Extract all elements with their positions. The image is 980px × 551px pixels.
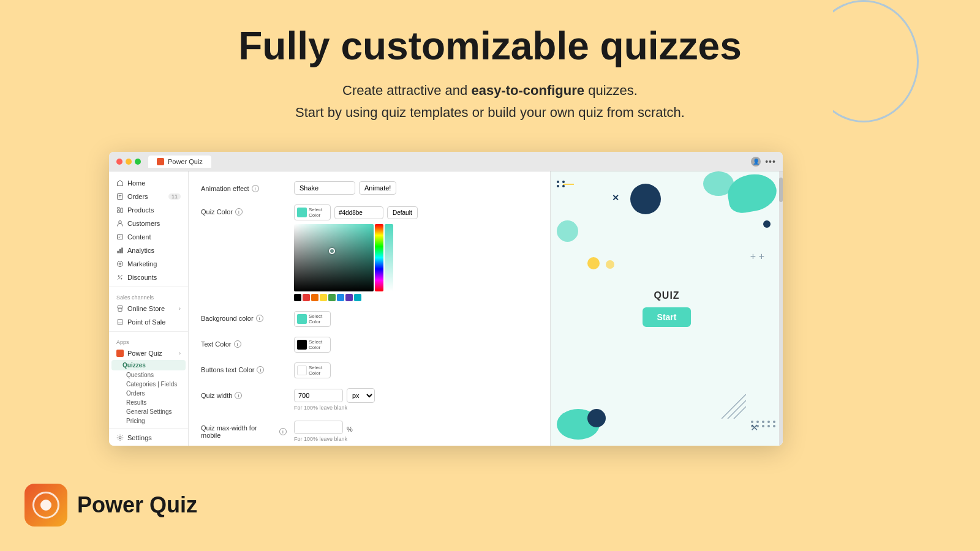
swatch-black[interactable] bbox=[294, 294, 301, 301]
browser-dot-red bbox=[116, 159, 123, 165]
svg-point-14 bbox=[118, 276, 119, 277]
analytics-icon bbox=[116, 247, 124, 254]
sidebar-sub-questions[interactable]: Questions bbox=[109, 370, 188, 380]
sidebar-item-content[interactable]: Content bbox=[109, 230, 188, 244]
quiz-color-default-btn[interactable]: Default bbox=[387, 206, 418, 219]
text-color-swatch-btn[interactable]: Select Color bbox=[294, 337, 331, 353]
quiz-max-width-label: Quiz max-width for mobile i bbox=[201, 421, 287, 439]
browser-dot-green bbox=[135, 159, 141, 165]
swatch-purple[interactable] bbox=[345, 294, 353, 301]
quiz-preview-label: QUIZ bbox=[643, 290, 692, 301]
quiz-max-width-input[interactable] bbox=[294, 421, 343, 434]
user-icon[interactable]: 👤 bbox=[751, 157, 761, 167]
deco-dark-circle bbox=[630, 184, 661, 214]
bg-color-preview bbox=[297, 314, 307, 324]
quiz-max-width-controls: % For 100% leave blank bbox=[294, 421, 353, 442]
sidebar-sep-1 bbox=[109, 287, 188, 287]
btn-text-color-swatch-btn[interactable]: Select Color bbox=[294, 362, 331, 378]
customers-icon bbox=[116, 220, 124, 227]
sidebar-item-analytics[interactable]: Analytics bbox=[109, 244, 188, 257]
btn-text-color-preview bbox=[297, 365, 307, 375]
sidebar-item-products[interactable]: Products bbox=[109, 203, 188, 217]
orders-badge: 11 bbox=[168, 193, 181, 200]
subtitle: Create attractive and easy-to-configure … bbox=[12, 80, 968, 122]
quiz-color-controls: Select Color Default bbox=[294, 204, 418, 301]
main-panel: Animation effect i Shake None Bounce Fad… bbox=[189, 171, 550, 446]
svg-rect-18 bbox=[118, 320, 123, 325]
swatch-orange[interactable] bbox=[311, 294, 318, 301]
deco-plus-1: + + bbox=[750, 251, 764, 262]
sidebar-sub-quizzes[interactable]: Quizzes bbox=[111, 360, 186, 370]
deco-dots-1 bbox=[557, 181, 566, 187]
color-swatches-row bbox=[294, 294, 418, 301]
app-icon-center bbox=[40, 500, 51, 511]
hue-strip[interactable] bbox=[375, 224, 383, 291]
more-icon[interactable]: ••• bbox=[766, 157, 775, 167]
animation-select[interactable]: Shake None Bounce Fade bbox=[294, 181, 355, 195]
color-handle[interactable] bbox=[329, 248, 335, 254]
quiz-width-unit-select[interactable]: px % em bbox=[347, 388, 375, 403]
sidebar-item-customers-label: Customers bbox=[127, 220, 160, 227]
quiz-color-row: Quiz Color i Select Color Default bbox=[201, 204, 538, 301]
preview-scrollbar-thumb[interactable] bbox=[779, 178, 783, 202]
swatch-cyan[interactable] bbox=[354, 294, 361, 301]
svg-point-6 bbox=[119, 221, 122, 224]
deco-x-1: ✕ bbox=[612, 193, 619, 203]
text-color-controls: Select Color bbox=[294, 337, 331, 353]
animate-button[interactable]: Animate! bbox=[359, 181, 396, 195]
animation-info-icon[interactable]: i bbox=[252, 185, 259, 192]
app-icon-inner bbox=[32, 492, 59, 519]
sidebar-sub-orders[interactable]: Orders bbox=[109, 389, 188, 398]
quiz-color-swatch-btn[interactable]: Select Color bbox=[294, 204, 331, 220]
swatch-red[interactable] bbox=[303, 294, 310, 301]
quiz-color-info-icon[interactable]: i bbox=[235, 208, 243, 216]
text-color-info-icon[interactable]: i bbox=[234, 340, 241, 348]
quiz-start-btn[interactable]: Start bbox=[643, 307, 692, 327]
sidebar-sub-general-settings[interactable]: General Settings bbox=[109, 407, 188, 416]
apps-label: Apps bbox=[109, 334, 188, 347]
swatch-green[interactable] bbox=[328, 294, 336, 301]
sidebar-sep-3 bbox=[109, 428, 188, 429]
alpha-strip[interactable] bbox=[385, 224, 393, 291]
sidebar-settings[interactable]: Settings bbox=[109, 431, 188, 444]
quiz-max-width-row: Quiz max-width for mobile i % For 100% l… bbox=[201, 421, 538, 442]
svg-point-15 bbox=[121, 278, 122, 279]
sidebar-sub-cat-fields[interactable]: Categories | Fields bbox=[109, 380, 188, 389]
browser-actions: 👤 ••• bbox=[751, 157, 775, 167]
sidebar-item-online-store[interactable]: Online Store › bbox=[109, 302, 188, 315]
quiz-color-hex-input[interactable] bbox=[334, 206, 383, 219]
preview-scrollbar[interactable] bbox=[779, 171, 783, 446]
browser-tab[interactable]: Power Quiz bbox=[148, 156, 211, 168]
subtitle-part1: Create attractive and bbox=[342, 83, 471, 98]
quiz-width-label: Quiz width i bbox=[201, 388, 287, 399]
sidebar-item-home[interactable]: Home bbox=[109, 176, 188, 190]
sidebar-item-orders[interactable]: Orders 11 bbox=[109, 190, 188, 203]
power-quiz-tab-icon bbox=[157, 158, 164, 165]
pos-icon bbox=[116, 318, 124, 326]
sidebar-sub-pricing[interactable]: Pricing bbox=[109, 416, 188, 425]
sidebar-item-discounts[interactable]: Discounts bbox=[109, 271, 188, 284]
sidebar-item-marketing[interactable]: Marketing bbox=[109, 257, 188, 271]
sidebar-item-marketing-label: Marketing bbox=[127, 260, 157, 268]
color-gradient[interactable] bbox=[294, 224, 374, 291]
animation-controls: Shake None Bounce Fade Animate! bbox=[294, 181, 396, 195]
select-color-label: Select Color bbox=[309, 207, 328, 218]
bg-color-swatch-btn[interactable]: Select Color bbox=[294, 311, 331, 327]
quiz-width-input[interactable] bbox=[294, 389, 343, 402]
btn-text-color-info-icon[interactable]: i bbox=[257, 366, 264, 373]
browser-titlebar: Power Quiz 👤 ••• bbox=[109, 152, 783, 171]
quiz-color-preview bbox=[297, 208, 307, 217]
sidebar-sub-results[interactable]: Results bbox=[109, 398, 188, 407]
app-icon bbox=[24, 484, 67, 527]
bg-color-info-icon[interactable]: i bbox=[256, 315, 263, 322]
deco-lines bbox=[722, 394, 746, 421]
quiz-width-row: Quiz width i px % em For 100% leave blan… bbox=[201, 388, 538, 411]
swatch-yellow[interactable] bbox=[320, 294, 327, 301]
quiz-width-info-icon[interactable]: i bbox=[235, 392, 242, 399]
sidebar-item-pos[interactable]: Point of Sale bbox=[109, 315, 188, 329]
sidebar-item-power-quiz[interactable]: Power Quiz › bbox=[109, 347, 188, 360]
swatch-blue[interactable] bbox=[337, 294, 344, 301]
sidebar-item-customers[interactable]: Customers bbox=[109, 217, 188, 230]
quiz-max-width-info-icon[interactable]: i bbox=[279, 428, 287, 435]
marketing-icon bbox=[116, 260, 124, 268]
